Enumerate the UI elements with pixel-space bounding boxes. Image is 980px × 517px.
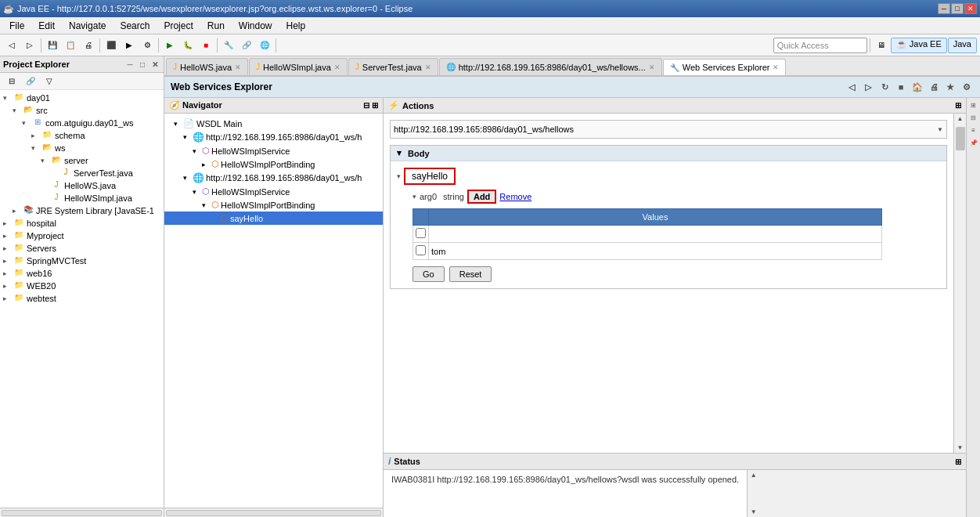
ws-home-btn[interactable]: 🏠 (910, 80, 924, 94)
ws-star-btn[interactable]: ★ (943, 80, 957, 94)
tree-item-package[interactable]: ▾ ⊞ com.atguigu.day01_ws (0, 117, 164, 129)
menu-window[interactable]: Window (232, 19, 279, 33)
toolbar-forward-btn[interactable]: ▷ (21, 37, 38, 54)
scroll-thumb[interactable] (956, 127, 965, 150)
strip-btn-4[interactable]: 📌 (968, 137, 979, 148)
ws-settings-btn[interactable]: ⚙ (960, 80, 974, 94)
toolbar-back-btn[interactable]: ◁ (3, 37, 20, 54)
menu-help[interactable]: Help (280, 19, 312, 33)
ws-back-btn[interactable]: ◁ (845, 80, 859, 94)
ws-refresh-btn[interactable]: ↻ (877, 80, 892, 94)
checkbox-2[interactable] (416, 245, 426, 255)
toolbar-btn-4[interactable]: ▶ (121, 37, 138, 54)
strip-btn-3[interactable]: ≡ (968, 125, 979, 136)
value-input-1[interactable] (431, 230, 879, 239)
status-scroll-up[interactable]: ▲ (749, 470, 758, 480)
toolbar-run-btn[interactable]: ▶ (161, 37, 178, 54)
collapse-all-btn[interactable]: ⊟ (3, 73, 20, 90)
java-ee-perspective[interactable]: ☕ Java EE (891, 38, 947, 53)
close-tab-url[interactable]: ✕ (649, 63, 655, 71)
toolbar-btn-7[interactable]: 🔗 (238, 37, 255, 54)
url-dropdown[interactable]: http://192.168.199.165:8986/day01_ws/hel… (390, 120, 947, 139)
close-button[interactable]: ✕ (964, 3, 977, 14)
tree-item-ws[interactable]: ▾ 📂 ws (0, 142, 164, 154)
strip-btn-1[interactable]: ⊞ (968, 99, 979, 110)
tree-item-web16[interactable]: ▸ 📁 web16 (0, 267, 164, 280)
tree-item-myproject[interactable]: ▸ 📁 Myproject (0, 230, 164, 242)
tree-item-server[interactable]: ▾ 📂 server (0, 154, 164, 167)
tree-item-web20[interactable]: ▸ 📁 WEB20 (0, 280, 164, 292)
left-panel-scrollbar[interactable] (0, 508, 164, 517)
nav-item-port1[interactable]: ▸ ⬡ HelloWSImplPortBinding (164, 157, 383, 171)
menu-run[interactable]: Run (201, 19, 231, 33)
tree-item-jre[interactable]: ▸ 📚 JRE System Library [JavaSE-1 (0, 204, 164, 217)
menu-search[interactable]: Search (113, 19, 156, 33)
tree-item-servers[interactable]: ▸ 📁 Servers (0, 242, 164, 255)
body-header[interactable]: ▾ Body (391, 146, 946, 161)
link-editor-btn[interactable]: 🔗 (22, 73, 39, 90)
values-checkbox-1[interactable] (413, 226, 429, 243)
values-checkbox-2[interactable] (413, 243, 429, 260)
scroll-down-arrow[interactable]: ▼ (956, 443, 965, 453)
toolbar-save-btn[interactable]: 💾 (44, 37, 61, 54)
menu-edit[interactable]: Edit (32, 19, 61, 33)
tree-item-src[interactable]: ▾ 📂 src (0, 104, 164, 117)
nav-item-sayhello[interactable]: ⬡ sayHello (164, 212, 383, 225)
close-panel-btn[interactable]: ✕ (150, 59, 160, 70)
toolbar-btn-6[interactable]: 🔧 (220, 37, 237, 54)
add-button[interactable]: Add (467, 190, 496, 204)
tree-item-webtest[interactable]: ▸ 📁 webtest (0, 292, 164, 305)
close-tab-hellowsimpl[interactable]: ✕ (334, 63, 340, 71)
tab-servertest-java[interactable]: J ServerTest.java ✕ (348, 58, 438, 75)
maximize-panel-btn[interactable]: □ (137, 59, 148, 70)
toolbar-btn-5[interactable]: ⚙ (139, 37, 156, 54)
close-tab-hellows[interactable]: ✕ (235, 63, 241, 71)
nav-item-url2[interactable]: ▾ 🌐 http://192.168.199.165:8986/day01_ws… (164, 171, 383, 185)
open-perspective-btn[interactable]: 🖥 (873, 37, 890, 54)
toolbar-btn-3[interactable]: ⬛ (103, 37, 120, 54)
tree-item-schema[interactable]: ▸ 📁 schema (0, 129, 164, 142)
remove-button[interactable]: Remove (499, 192, 531, 201)
tree-item-hellowsimpl[interactable]: ▸ J HelloWSImpl.java (0, 192, 164, 204)
tab-ws-explorer[interactable]: 🔧 Web Services Explorer ✕ (663, 59, 787, 76)
toolbar-debug-btn[interactable]: 🐛 (179, 37, 196, 54)
status-scrollbar[interactable]: ▲ ▼ (747, 470, 759, 517)
go-button[interactable]: Go (413, 266, 445, 282)
nav-item-port2[interactable]: ▾ ⬡ HelloWSImplPortBinding (164, 198, 383, 212)
view-menu-btn[interactable]: ▽ (41, 73, 58, 90)
tree-item-hospital[interactable]: ▸ 📁 hospital (0, 217, 164, 230)
java-perspective[interactable]: Java (948, 38, 977, 53)
ws-forward-btn[interactable]: ▷ (861, 80, 875, 94)
ws-stop-btn[interactable]: ■ (894, 80, 908, 94)
menu-navigate[interactable]: Navigate (63, 19, 112, 33)
tree-item-servertest[interactable]: ▸ J ServerTest.java (0, 167, 164, 179)
actions-scrollbar[interactable]: ▲ ▼ (953, 114, 966, 453)
strip-btn-2[interactable]: ⊟ (968, 112, 979, 123)
navigator-scrollbar[interactable] (164, 508, 383, 517)
scroll-up-arrow[interactable]: ▲ (956, 114, 965, 124)
minimize-button[interactable]: ─ (938, 3, 950, 14)
status-scroll-down[interactable]: ▼ (749, 507, 758, 517)
toolbar-stop-btn[interactable]: ■ (197, 37, 214, 54)
ws-print-btn[interactable]: 🖨 (927, 80, 941, 94)
nav-collapse-btn[interactable]: ⊟ (363, 101, 369, 110)
toolbar-save-all-btn[interactable]: 📋 (62, 37, 79, 54)
nav-item-service2[interactable]: ▾ ⬡ HelloWSImplService (164, 185, 383, 198)
close-tab-ws[interactable]: ✕ (773, 63, 779, 71)
nav-item-url1[interactable]: ▾ 🌐 http://192.168.199.165:8986/day01_ws… (164, 130, 383, 144)
close-tab-servertest[interactable]: ✕ (425, 63, 431, 71)
toolbar-print-btn[interactable]: 🖨 (80, 37, 97, 54)
menu-project[interactable]: Project (157, 19, 199, 33)
nav-expand-btn[interactable]: ⊞ (372, 101, 378, 110)
tree-item-hellows[interactable]: ▸ J HelloWS.java (0, 179, 164, 192)
maximize-button[interactable]: □ (951, 3, 964, 14)
tab-hellowsimpl-java[interactable]: J HelloWSImpl.java ✕ (249, 58, 348, 75)
tab-url[interactable]: 🌐 http://192.168.199.165:8986/day01_ws/h… (439, 58, 662, 75)
tab-hellows-java[interactable]: J HelloWS.java ✕ (166, 58, 248, 75)
minimize-panel-btn[interactable]: ─ (124, 59, 135, 70)
reset-button[interactable]: Reset (449, 266, 492, 282)
nav-item-service1[interactable]: ▾ ⬡ HelloWSImplService (164, 144, 383, 157)
tree-item-day01[interactable]: ▾ 📁 day01 (0, 92, 164, 104)
tree-item-spring[interactable]: ▸ 📁 SpringMVCTest (0, 255, 164, 267)
value-input-2[interactable] (431, 247, 879, 256)
